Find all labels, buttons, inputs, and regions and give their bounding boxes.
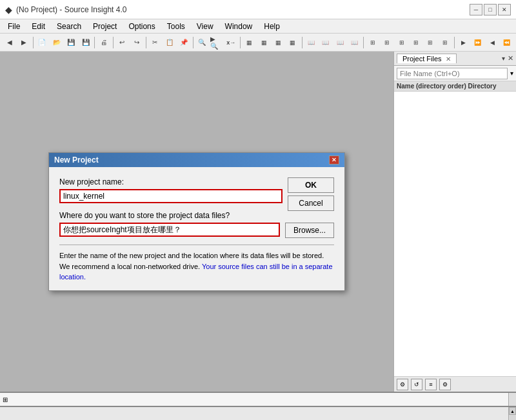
toolbar-x[interactable]: x→: [224, 35, 238, 50]
panel-footer: ⚙ ↺ ≡ ⚙: [394, 376, 516, 392]
bottom-panel-scrollbar: [508, 393, 516, 407]
toolbar-b4[interactable]: ▦: [286, 35, 299, 50]
toolbar-b3[interactable]: ▦: [272, 35, 285, 50]
dialog-divider: [59, 245, 334, 245]
editor-area: New Project ✕ New project name: OK Cance…: [0, 52, 393, 392]
menu-view[interactable]: View: [192, 21, 219, 32]
cancel-button[interactable]: Cancel: [288, 195, 334, 211]
dialog-title-bar: New Project ✕: [49, 153, 344, 167]
toolbar-c3[interactable]: 📖: [333, 35, 346, 50]
menu-window[interactable]: Window: [220, 21, 258, 32]
scroll-up-btn[interactable]: ▲: [509, 407, 516, 415]
toolbar-e3[interactable]: ◀: [485, 35, 499, 50]
toolbar-findnext[interactable]: ▶🔍: [210, 35, 223, 50]
menu-options[interactable]: Options: [123, 21, 160, 32]
dialog-close-button[interactable]: ✕: [329, 155, 339, 165]
menu-tools[interactable]: Tools: [162, 21, 190, 32]
toolbar-find[interactable]: 🔍: [195, 35, 209, 50]
dialog-info-highlight: Your source files can still be in a sepa…: [59, 263, 333, 281]
title-bar-controls: ─ □ ✕: [470, 4, 511, 15]
toolbar-sep-7: [302, 37, 303, 48]
dialog-info: Enter the name of the new project and th…: [59, 250, 334, 283]
toolbar-redo[interactable]: ↪: [130, 35, 143, 50]
toolbar-sep-4: [146, 37, 146, 48]
toolbar-undo[interactable]: ↩: [115, 35, 129, 50]
toolbar-d5[interactable]: ⊞: [424, 35, 437, 50]
panel-close-btn[interactable]: ✕: [508, 54, 513, 63]
toolbar-sep-1: [33, 37, 34, 48]
toolbar-c2[interactable]: 📖: [319, 35, 332, 50]
title-bar-left: ◆ (No Project) - Source Insight 4.0: [5, 5, 126, 15]
menu-bar: File Edit Search Project Options Tools V…: [0, 19, 516, 34]
toolbar-back[interactable]: ◀: [3, 35, 16, 50]
panel-search-dropdown[interactable]: ▾: [510, 70, 513, 77]
bottom-panel-header: ⊞: [0, 392, 516, 406]
project-name-input[interactable]: [59, 189, 283, 203]
title-bar-text: (No Project) - Source Insight 4.0: [16, 5, 126, 14]
panel-column-header: Name (directory order) Directory: [394, 81, 516, 92]
toolbar-print[interactable]: 🖨: [97, 35, 110, 50]
dialog-body: New project name: OK Cancel Where do you…: [49, 167, 344, 290]
toolbar-copy[interactable]: 📋: [163, 35, 176, 50]
bottom-panel-icon: ⊞: [3, 396, 8, 403]
toolbar-save2[interactable]: 💾: [79, 35, 92, 50]
dialog-right-buttons: OK Cancel: [288, 177, 334, 211]
toolbar-forward[interactable]: ▶: [17, 35, 30, 50]
project-files-tab[interactable]: Project Files ✕: [397, 54, 457, 63]
main-area: New Project ✕ New project name: OK Cance…: [0, 52, 516, 392]
toolbar-sep-9: [454, 37, 455, 48]
toolbar-b1[interactable]: ▦: [243, 35, 256, 50]
toolbar-d6[interactable]: ⊞: [438, 35, 452, 50]
menu-project[interactable]: Project: [88, 21, 122, 32]
title-bar: ◆ (No Project) - Source Insight 4.0 ─ □ …: [0, 0, 516, 19]
panel-tab-bar: Project Files ✕ ▾ ✕: [394, 52, 516, 66]
toolbar-d1[interactable]: ⊞: [366, 35, 379, 50]
toolbar-open[interactable]: 📂: [50, 35, 63, 50]
location-label: Where do you want to store the project d…: [59, 211, 334, 220]
panel-footer-btn-2[interactable]: ↺: [411, 379, 422, 390]
toolbar-c4[interactable]: 📖: [348, 35, 361, 50]
minimize-button[interactable]: ─: [470, 4, 482, 15]
toolbar-paste[interactable]: 📌: [177, 35, 190, 50]
toolbar-sep-5: [193, 37, 194, 48]
toolbar-c1[interactable]: 📖: [304, 35, 318, 50]
bottom-text-content: [0, 407, 508, 420]
toolbar-cut[interactable]: ✂: [148, 35, 162, 50]
right-panel: Project Files ✕ ▾ ✕ ▾ Name (directory or…: [393, 52, 516, 392]
panel-dropdown-btn[interactable]: ▾: [502, 55, 505, 62]
project-name-label: New project name:: [59, 177, 283, 186]
bottom-text-area: ▲ ▼: [0, 406, 516, 420]
panel-tab-close-icon[interactable]: ✕: [446, 55, 451, 63]
toolbar-d4[interactable]: ⊞: [409, 35, 422, 50]
panel-content: [394, 92, 516, 376]
toolbar-b2[interactable]: ▦: [257, 35, 270, 50]
bottom-scrollbar-v: ▲ ▼: [508, 407, 516, 420]
menu-edit[interactable]: Edit: [26, 21, 50, 32]
panel-footer-btn-1[interactable]: ⚙: [397, 379, 408, 390]
panel-search-input[interactable]: [397, 68, 508, 79]
project-files-tab-label: Project Files: [402, 55, 442, 63]
toolbar: ◀ ▶ 📄 📂 💾 💾 🖨 ↩ ↪ ✂ 📋 📌 🔍 ▶🔍 x→ ▦ ▦ ▦ ▦ …: [0, 34, 516, 52]
dialog-title: New Project: [54, 155, 99, 165]
toolbar-e4[interactable]: ⏪: [500, 35, 513, 50]
maximize-button[interactable]: □: [484, 4, 497, 15]
toolbar-e2[interactable]: ⏩: [471, 35, 484, 50]
location-input[interactable]: [59, 223, 280, 237]
toolbar-sep-8: [363, 37, 364, 48]
toolbar-e1[interactable]: ▶: [457, 35, 470, 50]
toolbar-save[interactable]: 💾: [64, 35, 78, 50]
ok-button[interactable]: OK: [288, 177, 334, 193]
toolbar-sep-2: [94, 37, 95, 48]
menu-file[interactable]: File: [3, 21, 25, 32]
toolbar-new[interactable]: 📄: [35, 35, 49, 50]
toolbar-d2[interactable]: ⊞: [381, 35, 394, 50]
panel-footer-btn-4[interactable]: ⚙: [439, 379, 451, 390]
toolbar-d3[interactable]: ⊞: [395, 35, 408, 50]
browse-button[interactable]: Browse...: [285, 223, 334, 238]
menu-search[interactable]: Search: [52, 21, 86, 32]
toolbar-sep-6: [240, 37, 241, 48]
menu-help[interactable]: Help: [259, 21, 285, 32]
close-button[interactable]: ✕: [498, 4, 511, 15]
panel-footer-btn-3[interactable]: ≡: [425, 379, 437, 390]
new-project-dialog: New Project ✕ New project name: OK Cance…: [48, 152, 345, 291]
